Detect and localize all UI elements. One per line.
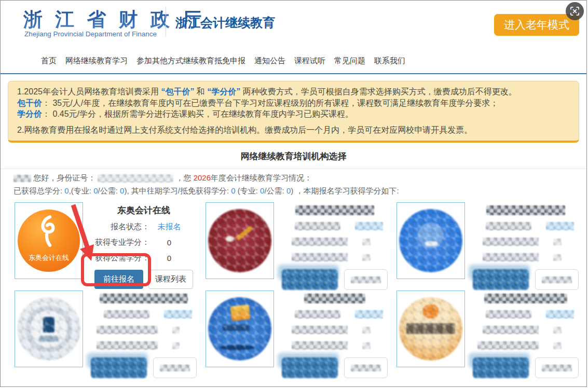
blurred-course-list-button[interactable] <box>153 357 197 378</box>
blurred-course-list-button[interactable] <box>535 269 579 290</box>
institution-logo[interactable] <box>396 290 465 367</box>
professional-credit-value: 0 <box>149 238 189 247</box>
institution-name: 东奥会计在线 <box>86 204 201 216</box>
redacted-id-number <box>98 174 173 183</box>
blurred-logo-circle <box>208 297 271 361</box>
professional-credit-row: 获得专业学分： 0 <box>86 237 201 247</box>
blurred-logo-circle <box>17 297 80 361</box>
status-row: 报名状态： 未报名 <box>86 221 201 232</box>
nav-item-course-preview[interactable]: 课程试听 <box>294 56 325 66</box>
blurred-institution-name <box>304 294 365 303</box>
institution-logo[interactable] <box>206 290 274 367</box>
nav-item-credit-exemption[interactable]: 参加其他方式继续教育抵免申报 <box>136 56 245 66</box>
blurred-institution-name <box>484 294 567 303</box>
notice-line-2: 包干价： 35元/人/年度，在继续教育年度内可在已缴费平台下学习对应课程级别的所… <box>17 98 570 109</box>
screenshot-translate-icon[interactable] <box>566 2 584 20</box>
blurred-logo-circle <box>399 209 462 272</box>
institution-card-blurred <box>206 290 396 379</box>
institution-logo[interactable] <box>396 202 465 279</box>
institution-card-blurred <box>206 202 396 290</box>
dongao-logo-circle: 东奥会计在线 <box>18 210 80 272</box>
nav-underline <box>1 73 586 74</box>
blurred-course-list-button[interactable] <box>344 269 388 290</box>
redacted-user-name <box>13 175 31 182</box>
notice-line-1: 1.2025年会计人员网络教育培训费采用 “包干价” 和 “学分价” 两种收费方… <box>17 86 570 98</box>
blurred-card-info <box>274 290 396 379</box>
public-credit-value: 0 <box>149 254 189 262</box>
dongao-card-info: 东奥会计在线 报名状态： 未报名 获得专业学分： 0 获得公需学分： 0 前往报… <box>83 202 206 290</box>
institution-card-blurred <box>396 290 587 379</box>
signup-button[interactable]: 前往报名 <box>94 270 143 289</box>
blurred-signup-button[interactable] <box>473 268 529 290</box>
nav-item-faq[interactable]: 常见问题 <box>334 56 365 66</box>
institution-card-dongao: 东奥会计在线 东奥会计在线 报名状态： 未报名 获得专业学分： 0 获得公需学分… <box>15 202 206 290</box>
page: 浙 江 省 财 政 厅 Zhejiang Provincial Departme… <box>0 0 587 387</box>
blurred-signup-button[interactable] <box>282 268 338 290</box>
public-credit-row: 获得公需学分： 0 <box>86 253 201 263</box>
institution-grid: 东奥会计在线 东奥会计在线 报名状态： 未报名 获得专业学分： 0 获得公需学分… <box>15 202 586 379</box>
section-divider <box>1 169 586 169</box>
blurred-institution-name <box>100 294 188 303</box>
user-info: 您好，身份证号： ，您 2026年度会计继续教育学习情况： 已获得总学分: 0,… <box>1 173 586 196</box>
header: 浙 江 省 财 政 厅 Zhejiang Provincial Departme… <box>1 1 586 48</box>
institution-logo[interactable] <box>15 290 83 367</box>
dongao-logo[interactable]: 东奥会计在线 <box>15 202 83 279</box>
user-greeting-line: 您好，身份证号： ，您 2026年度会计继续教育学习情况： <box>13 173 586 183</box>
course-list-button[interactable]: 课程列表 <box>148 270 193 289</box>
site-title: 浙江会计继续教育 <box>175 15 275 31</box>
blurred-signup-button[interactable] <box>91 356 147 378</box>
elderly-mode-button[interactable]: 进入老年模式 <box>494 14 579 36</box>
blurred-logo-circle <box>208 209 271 272</box>
nav-item-online-learning[interactable]: 网络继续教育学习 <box>65 56 128 66</box>
finance-dept-logo-english: Zhejiang Provincial Department of Financ… <box>24 30 157 38</box>
blurred-institution-name <box>295 205 374 215</box>
notice-line-3: 学分价： 0.45元/学分，根据所需学分进行选课购买，可在继续教育年度内学习已购… <box>17 108 570 120</box>
blurred-card-info <box>274 202 396 290</box>
status-value: 未报名 <box>149 222 189 232</box>
blurred-card-info <box>83 290 206 379</box>
blurred-card-info <box>465 202 587 290</box>
year-highlight: 2026 <box>194 173 211 182</box>
blurred-logo-circle <box>399 297 462 361</box>
institution-card-blurred <box>396 202 587 290</box>
notice-line-4: 2.网络教育费用在报名时通过网上支付系统支付给选择的培训机构。缴费成功后一个月内… <box>17 124 570 136</box>
blurred-course-list-button[interactable] <box>344 357 388 378</box>
credit-summary-line: 已获得总学分: 0,(专业: 0/公需: 0), 其中往期学习/抵免获得学分: … <box>13 186 586 196</box>
dongao-logo-caption: 东奥会计在线 <box>18 253 80 262</box>
institution-logo[interactable] <box>206 202 274 279</box>
blurred-signup-button[interactable] <box>282 356 338 378</box>
section-title: 网络继续教育培训机构选择 <box>1 150 586 162</box>
fee-notice-box: 1.2025年会计人员网络教育培训费采用 “包干价” 和 “学分价” 两种收费方… <box>8 81 579 143</box>
nav-item-announcements[interactable]: 通知公告 <box>254 56 285 66</box>
blurred-signup-button[interactable] <box>473 356 529 378</box>
blurred-card-info <box>465 290 587 379</box>
main-nav: 首页 网络继续教育学习 参加其他方式继续教育抵免申报 通知公告 课程试听 常见问… <box>1 48 586 73</box>
card-buttons: 前往报名 课程列表 <box>86 270 201 289</box>
nav-item-contact[interactable]: 联系我们 <box>374 56 405 66</box>
institution-card-blurred <box>15 290 206 379</box>
blurred-institution-name <box>486 205 565 215</box>
header-divider <box>166 7 166 37</box>
nav-item-home[interactable]: 首页 <box>41 56 57 66</box>
blurred-course-list-button[interactable] <box>535 357 579 378</box>
